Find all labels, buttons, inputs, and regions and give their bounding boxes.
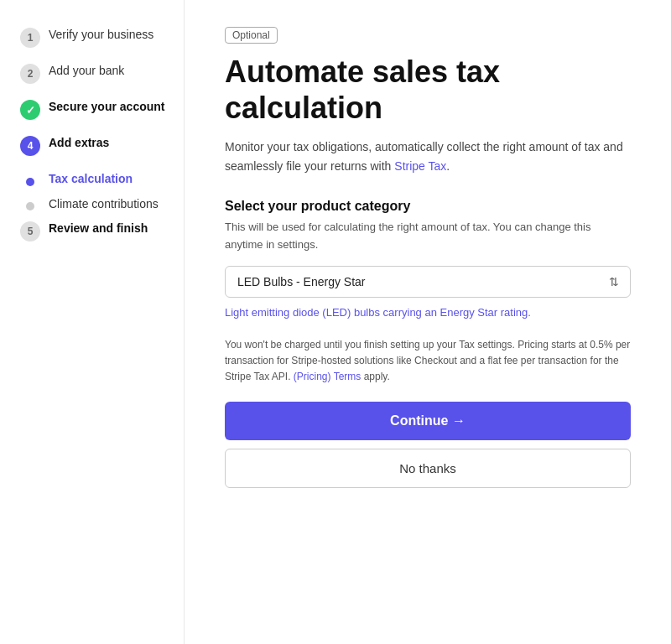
pricing-note: You won't be charged until you finish se…	[225, 337, 631, 386]
sub-step-tax-calculation[interactable]: Tax calculation	[20, 171, 170, 188]
step-5-indicator: 5	[20, 221, 40, 242]
page-title: Automate sales tax calculation	[225, 54, 631, 126]
no-thanks-button[interactable]: No thanks	[225, 449, 631, 488]
product-category-select[interactable]: LED Bulbs - Energy Star	[225, 266, 631, 298]
climate-contributions-dot	[26, 202, 34, 210]
step-2-indicator: 2	[20, 64, 40, 84]
sub-step-climate-label: Climate contributions	[49, 196, 159, 213]
sidebar-step-add-bank[interactable]: 2 Add your bank	[20, 63, 170, 84]
main-content: Optional Automate sales tax calculation …	[185, 0, 671, 644]
step-1-indicator: 1	[20, 28, 40, 48]
pricing-link[interactable]: (Pricing)	[294, 371, 331, 382]
sidebar: 1 Verify your business 2 Add your bank ✓…	[0, 0, 185, 644]
sidebar-step-verify-business[interactable]: 1 Verify your business	[20, 27, 170, 48]
checkmark-icon: ✓	[26, 104, 35, 117]
step-4-indicator: 4	[20, 136, 40, 156]
sub-steps: Tax calculation Climate contributions	[20, 171, 170, 212]
continue-button[interactable]: Continue →	[225, 402, 631, 440]
step-3-indicator: ✓	[20, 100, 40, 120]
sub-step-climate-contributions[interactable]: Climate contributions	[20, 196, 170, 213]
page-description: Monitor your tax obligations, automatica…	[225, 138, 631, 175]
section-description: This will be used for calculating the ri…	[225, 219, 631, 254]
sidebar-step-add-extras[interactable]: 4 Add extras	[20, 135, 170, 156]
step-5-label: Review and finish	[49, 221, 148, 237]
step-2-label: Add your bank	[49, 63, 124, 80]
sub-step-tax-label: Tax calculation	[49, 171, 133, 188]
stripe-tax-link[interactable]: Stripe Tax	[394, 159, 446, 173]
dropdown-hint: Light emitting diode (LED) bulbs carryin…	[225, 306, 631, 319]
terms-link[interactable]: Terms	[334, 371, 362, 382]
optional-badge: Optional	[225, 27, 278, 44]
step-3-label: Secure your account	[49, 99, 165, 116]
tax-calculation-dot	[26, 178, 34, 186]
section-title: Select your product category	[225, 199, 631, 214]
sidebar-step-review-finish[interactable]: 5 Review and finish	[20, 221, 170, 242]
step-1-label: Verify your business	[49, 27, 153, 44]
step-4-label: Add extras	[49, 135, 109, 152]
product-category-dropdown-wrapper: LED Bulbs - Energy Star ⇅	[225, 266, 631, 298]
product-category-section: Select your product category This will b…	[225, 199, 631, 319]
sidebar-step-secure-account[interactable]: ✓ Secure your account	[20, 99, 170, 120]
